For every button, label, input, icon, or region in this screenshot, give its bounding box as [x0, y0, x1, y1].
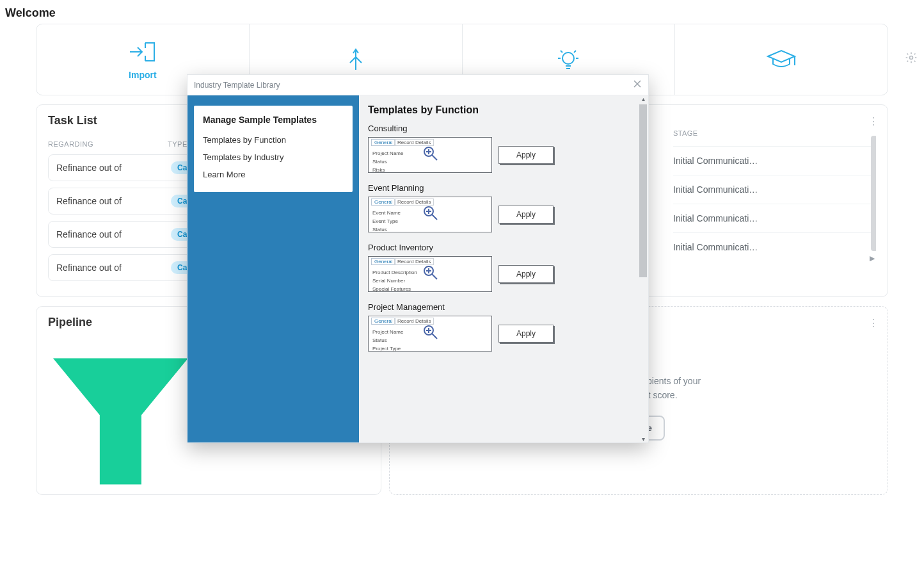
preview-tab-general: General — [371, 139, 395, 146]
preview-field: Event Name — [372, 210, 401, 216]
sidebar-card: Manage Sample Templates Templates by Fun… — [194, 106, 353, 192]
apply-button[interactable]: Apply — [498, 206, 554, 223]
magnify-icon — [422, 145, 439, 163]
template-product-inventory: Product Inventory General Record Details… — [368, 243, 639, 292]
sidebar-item-by-industry[interactable]: Templates by Industry — [203, 149, 344, 166]
preview-field: Special Features — [372, 286, 411, 292]
preview-field: Status — [372, 227, 387, 232]
template-name: Consulting — [368, 124, 639, 133]
import-icon — [129, 39, 157, 65]
apply-button[interactable]: Apply — [498, 265, 554, 283]
template-consulting: Consulting General Record Details Projec… — [368, 124, 639, 173]
task-title: Refinance out of — [56, 263, 171, 273]
table-row[interactable]: Initial Communicati… 80 Feb 24, 20 — [673, 175, 876, 204]
preview-field: Project Name — [372, 329, 403, 335]
task-list-header: REGARDING TYPE — [48, 136, 206, 154]
task-title: Refinance out of — [56, 163, 171, 173]
preview-field: Event Type — [372, 218, 398, 224]
template-preview[interactable]: General Record Details Project Name Stat… — [368, 137, 492, 173]
task-row[interactable]: Refinance out of Call — [48, 254, 206, 281]
template-name: Event Planning — [368, 183, 639, 193]
preview-tab-general: General — [371, 318, 395, 325]
modal-main-heading: Templates by Function — [368, 104, 639, 116]
preview-field: Project Type — [372, 346, 401, 352]
preview-field: Serial Number — [372, 278, 405, 284]
scroll-down-icon[interactable]: ▾ — [638, 435, 648, 442]
sidebar-heading: Manage Sample Templates — [203, 115, 344, 125]
template-preview[interactable]: General Record Details Event Name Event … — [368, 197, 492, 232]
modal-title: Industry Template Library — [194, 81, 280, 90]
task-row[interactable]: Refinance out of Call — [48, 221, 206, 248]
cell-stage: Initial Communicati… — [673, 175, 876, 204]
table-row[interactable]: Initial Communicati… 90 Feb 28, 20 — [673, 232, 876, 261]
opportunities-table: STAGE PROB % EST. CLOSE D Initial Commun… — [673, 129, 876, 261]
page-title: Welcome — [0, 0, 924, 24]
preview-tab-general: General — [371, 198, 395, 206]
modal-sidebar: Manage Sample Templates Templates by Fun… — [187, 95, 359, 442]
template-name: Project Management — [368, 302, 639, 312]
task-list-title: Task List — [48, 114, 206, 127]
lightbulb-icon — [555, 47, 581, 72]
svg-marker-2 — [53, 358, 188, 484]
vertical-scrollbar[interactable] — [871, 136, 876, 251]
task-row[interactable]: Refinance out of Call — [48, 154, 206, 181]
preview-field: Status — [372, 337, 387, 343]
scroll-right-icon[interactable]: ▶ — [870, 254, 875, 261]
modal-titlebar: Industry Template Library — [187, 75, 648, 95]
preview-field: Project Name — [372, 150, 403, 156]
modal-main: Templates by Function Consulting General… — [359, 95, 648, 442]
task-title: Refinance out of — [56, 196, 171, 206]
magnify-icon — [422, 205, 439, 223]
shortcut-education[interactable] — [674, 24, 888, 95]
template-project-management: Project Management General Record Detail… — [368, 302, 639, 352]
template-preview[interactable]: General Record Details Project Name Stat… — [368, 316, 492, 352]
preview-field: Risks — [372, 167, 385, 173]
apply-button[interactable]: Apply — [498, 146, 554, 164]
modal-scrollbar[interactable]: ▴ ▾ — [638, 95, 648, 442]
table-row[interactable]: Initial Communicati… 65 Feb 21, 202 — [673, 204, 876, 232]
apply-button[interactable]: Apply — [498, 325, 554, 343]
scroll-thumb[interactable] — [639, 104, 647, 277]
magnify-icon — [422, 324, 439, 342]
template-preview[interactable]: General Record Details Product Descripti… — [368, 256, 492, 292]
scroll-up-icon[interactable]: ▴ — [638, 95, 648, 102]
cell-stage: Initial Communicati… — [673, 204, 876, 232]
cell-stage: Initial Communicati… — [673, 146, 876, 175]
preview-field: Status — [372, 159, 387, 165]
col-regarding: REGARDING — [48, 140, 168, 148]
graduation-cap-icon — [765, 47, 797, 72]
svg-point-1 — [910, 56, 913, 60]
task-title: Refinance out of — [56, 229, 171, 239]
table-header: STAGE PROB % EST. CLOSE D — [673, 129, 876, 146]
preview-field: Product Description — [372, 270, 417, 275]
modal-close-icon[interactable] — [633, 79, 642, 90]
magnify-icon — [422, 264, 439, 282]
sidebar-item-learn-more[interactable]: Learn More — [203, 166, 344, 183]
shortcut-import-label: Import — [129, 70, 157, 80]
cell-stage: Initial Communicati… — [673, 232, 876, 261]
task-row[interactable]: Refinance out of Call — [48, 188, 206, 215]
opps-more-icon[interactable]: ⋮ — [868, 115, 879, 127]
settings-gear-icon[interactable] — [905, 51, 918, 67]
template-name: Product Inventory — [368, 243, 639, 252]
sidebar-item-by-function[interactable]: Templates by Function — [203, 131, 344, 149]
branch-icon — [343, 47, 369, 72]
leads-more-icon[interactable]: ⋮ — [868, 317, 879, 329]
template-event-planning: Event Planning General Record Details Ev… — [368, 183, 639, 232]
funnel-icon — [48, 357, 193, 485]
col-stage: STAGE — [673, 129, 876, 146]
svg-point-0 — [562, 53, 574, 64]
template-library-modal: Industry Template Library Manage Sample … — [187, 74, 649, 443]
preview-tab-general: General — [371, 258, 395, 265]
table-row[interactable]: Initial Communicati… 65 Mar 22, 20 — [673, 146, 876, 175]
